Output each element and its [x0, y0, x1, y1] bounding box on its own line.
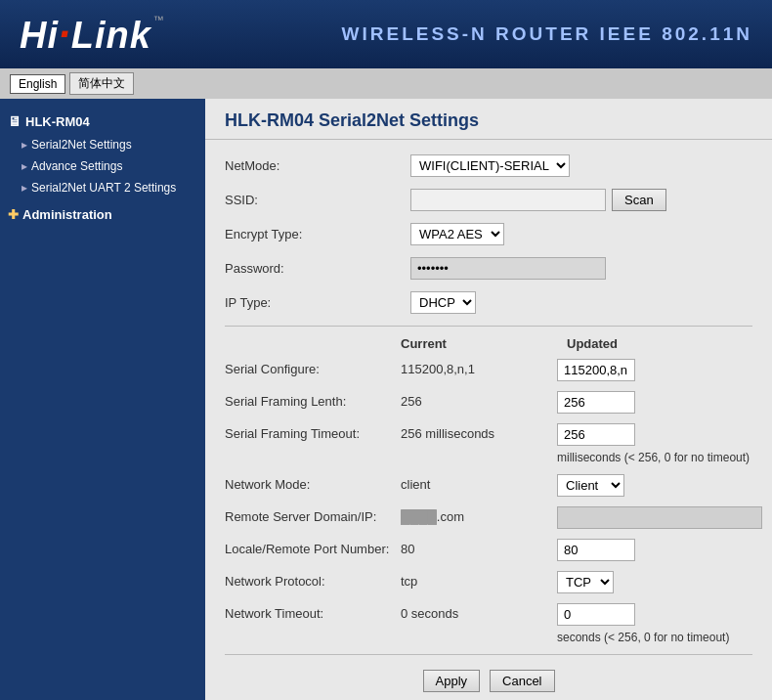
serial-framing-length-label: Serial Framing Lenth: [225, 391, 401, 409]
ssid-input[interactable] [410, 189, 606, 211]
arrow-icon-uart2: ▸ [21, 181, 27, 195]
remote-server-current: ████.com [401, 506, 557, 524]
english-lang-button[interactable]: English [10, 74, 65, 94]
sidebar-advance-label: Advance Settings [31, 159, 122, 173]
lang-bar: English 简体中文 [0, 68, 772, 99]
network-timeout-input[interactable] [557, 603, 635, 626]
network-mode-current: client [401, 474, 557, 492]
serial-framing-timeout-updated: milliseconds (< 256, 0 for no timeout) [557, 423, 752, 464]
serial-framing-length-updated [557, 391, 635, 414]
port-number-updated [557, 539, 635, 561]
sidebar-serial2net-label: Serial2Net Settings [31, 138, 132, 152]
col-current: Current [401, 336, 557, 351]
sidebar-item-device[interactable]: 🖥 HLK-RM04 [0, 109, 205, 134]
main-layout: 🖥 HLK-RM04 ▸ Serial2Net Settings ▸ Advan… [0, 99, 772, 700]
serial-framing-timeout-input[interactable] [557, 423, 635, 446]
serial-framing-length-input[interactable] [557, 391, 635, 414]
col-updated: Updated [567, 336, 618, 351]
router-title: WIRELESS-N ROUTER IEEE 802.11N [342, 23, 752, 45]
device-icon: 🖥 [8, 113, 21, 129]
apply-button[interactable]: Apply [423, 670, 481, 692]
network-timeout-label: Network Timeout: [225, 603, 401, 621]
serial-framing-timeout-row: Serial Framing Timeout: 256 milliseconds… [225, 423, 752, 464]
ssid-label: SSID: [225, 193, 401, 207]
password-control [410, 257, 606, 280]
network-timeout-hint: seconds (< 256, 0 for no timeout) [557, 631, 729, 644]
iptype-control: DHCP Static [410, 291, 476, 314]
iptype-select[interactable]: DHCP Static [410, 291, 476, 314]
scan-button[interactable]: Scan [612, 189, 666, 211]
network-mode-updated: Client Server [557, 474, 624, 497]
remote-server-row: Remote Server Domain/IP: ████.com [225, 506, 752, 529]
iptype-row: IP Type: DHCP Static [225, 291, 752, 314]
serial-framing-length-current: 256 [401, 391, 557, 409]
sidebar-uart2-label: Serial2Net UART 2 Settings [31, 181, 176, 195]
trademark-text: ™ [153, 14, 164, 25]
port-number-row: Locale/Remote Port Number: 80 [225, 539, 752, 561]
table-header: Current Updated [225, 336, 752, 351]
serial-framing-length-row: Serial Framing Lenth: 256 [225, 391, 752, 414]
network-timeout-current: 0 seconds [401, 603, 557, 621]
logo-main: Hi·Link ™ [20, 14, 164, 55]
serial-configure-updated [557, 359, 635, 381]
netmode-label: NetMode: [225, 158, 401, 173]
sidebar-item-uart2[interactable]: ▸ Serial2Net UART 2 Settings [0, 177, 205, 198]
serial-framing-timeout-label: Serial Framing Timeout: [225, 423, 401, 441]
network-timeout-row: Network Timeout: 0 seconds seconds (< 25… [225, 603, 752, 644]
form-divider [225, 326, 752, 327]
password-label: Password: [225, 261, 401, 276]
serial-configure-label: Serial Configure: [225, 359, 401, 376]
port-number-current: 80 [401, 539, 557, 556]
encrypt-label: Encrypt Type: [225, 227, 401, 241]
remote-server-updated [557, 506, 762, 529]
serial-configure-input[interactable] [557, 359, 635, 381]
network-protocol-updated: TCP UDP [557, 571, 614, 593]
remote-server-label: Remote Server Domain/IP: [225, 506, 401, 524]
network-protocol-select[interactable]: TCP UDP [557, 571, 614, 593]
sidebar-admin-label: Administration [22, 207, 112, 222]
encrypt-select[interactable]: WPA2 AES WPA AES WEP NONE [410, 223, 504, 245]
port-number-label: Locale/Remote Port Number: [225, 539, 401, 556]
chinese-lang-button[interactable]: 简体中文 [69, 72, 134, 95]
netmode-select[interactable]: WIFI(CLIENT)-SERIAL WIFI(AP)-SERIAL SERI… [410, 154, 570, 177]
logo-text: Hi·Link [20, 14, 151, 55]
logo-container: Hi·Link ™ [20, 14, 164, 55]
serial-configure-current: 115200,8,n,1 [401, 359, 557, 376]
encrypt-control: WPA2 AES WPA AES WEP NONE [410, 223, 504, 245]
netmode-control: WIFI(CLIENT)-SERIAL WIFI(AP)-SERIAL SERI… [410, 154, 570, 177]
network-protocol-label: Network Protocol: [225, 571, 401, 589]
port-number-input[interactable] [557, 539, 635, 561]
cancel-button[interactable]: Cancel [490, 670, 554, 692]
serial-framing-timeout-hint: milliseconds (< 256, 0 for no timeout) [557, 451, 750, 464]
network-protocol-row: Network Protocol: tcp TCP UDP [225, 571, 752, 593]
password-input[interactable] [410, 257, 606, 280]
remote-server-input[interactable] [557, 506, 762, 529]
page-title: HLK-RM04 Serial2Net Settings [205, 99, 772, 140]
netmode-row: NetMode: WIFI(CLIENT)-SERIAL WIFI(AP)-SE… [225, 154, 752, 177]
header: Hi·Link ™ WIRELESS-N ROUTER IEEE 802.11N [0, 0, 772, 68]
network-timeout-updated: seconds (< 256, 0 for no timeout) [557, 603, 752, 644]
password-row: Password: [225, 257, 752, 280]
button-row: Apply Cancel [225, 654, 752, 700]
sidebar-item-admin[interactable]: ✚ Administration [0, 202, 205, 227]
ssid-control: Scan [410, 189, 666, 211]
network-mode-label: Network Mode: [225, 474, 401, 492]
arrow-icon-advance: ▸ [21, 159, 27, 173]
plus-icon-admin: ✚ [8, 207, 19, 222]
serial-framing-timeout-current: 256 milliseconds [401, 423, 557, 441]
network-protocol-current: tcp [401, 571, 557, 589]
arrow-icon-serial2net: ▸ [21, 138, 27, 152]
sidebar: 🖥 HLK-RM04 ▸ Serial2Net Settings ▸ Advan… [0, 99, 205, 700]
sidebar-item-serial2net[interactable]: ▸ Serial2Net Settings [0, 134, 205, 155]
encrypt-row: Encrypt Type: WPA2 AES WPA AES WEP NONE [225, 223, 752, 245]
sidebar-device-label: HLK-RM04 [25, 114, 90, 129]
network-mode-select[interactable]: Client Server [557, 474, 624, 497]
network-mode-row: Network Mode: client Client Server [225, 474, 752, 497]
form-container: NetMode: WIFI(CLIENT)-SERIAL WIFI(AP)-SE… [205, 140, 772, 700]
sidebar-item-advance[interactable]: ▸ Advance Settings [0, 155, 205, 177]
serial-configure-row: Serial Configure: 115200,8,n,1 [225, 359, 752, 381]
content-area: HLK-RM04 Serial2Net Settings NetMode: WI… [205, 99, 772, 700]
iptype-label: IP Type: [225, 295, 401, 310]
ssid-row: SSID: Scan [225, 189, 752, 211]
